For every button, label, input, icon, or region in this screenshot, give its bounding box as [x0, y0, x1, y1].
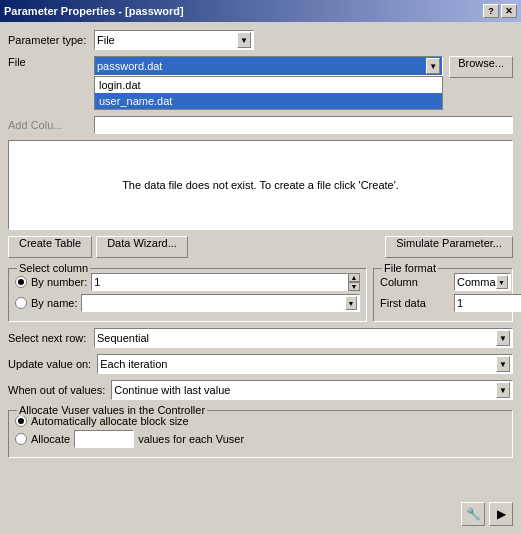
allocate-label: Allocate — [31, 433, 70, 445]
out-of-values-select[interactable]: Continue with last value ▼ — [111, 380, 513, 400]
allocate-radio[interactable] — [15, 433, 27, 445]
by-name-label: By name: — [31, 297, 77, 309]
close-button[interactable]: ✕ — [501, 4, 517, 18]
add-col-label: Add Colu... — [8, 119, 88, 131]
select-next-row-select[interactable]: Sequential ▼ — [94, 328, 513, 348]
allocate-vuser-group: Allocate Vuser values in the Controller … — [8, 410, 513, 458]
param-type-label: Parameter type: — [8, 34, 88, 46]
out-of-values-arrow[interactable]: ▼ — [496, 382, 510, 398]
title-bar-buttons: ? ✕ — [483, 4, 517, 18]
allocate-input[interactable] — [74, 430, 134, 448]
update-value-row: Update value on: Each iteration ▼ — [8, 354, 513, 374]
select-column-group: Select column By number: ▲ ▼ — [8, 268, 367, 322]
action-buttons-row: Create Table Data Wizard... Simulate Par… — [8, 236, 513, 258]
by-number-radio[interactable] — [15, 276, 27, 288]
left-col: Select column By number: ▲ ▼ — [8, 264, 367, 322]
by-name-row: By name: ▼ — [15, 294, 360, 312]
file-format-title: File format — [382, 262, 438, 274]
update-value-label: Update value on: — [8, 358, 91, 370]
dropdown-item-login[interactable]: login.dat — [95, 77, 442, 93]
by-number-spin-up[interactable]: ▲ — [348, 273, 360, 282]
taskbar-area: 🔧 ▶ — [8, 500, 513, 526]
column-label: Column — [380, 276, 450, 288]
file-dropdown-list: login.dat user_name.dat — [94, 76, 443, 110]
file-combo-arrow[interactable]: ▼ — [426, 58, 440, 74]
out-of-values-value: Continue with last value — [114, 384, 230, 396]
help-button[interactable]: ? — [483, 4, 499, 18]
auto-allocate-radio[interactable] — [15, 415, 27, 427]
values-label: values for each Vuser — [138, 433, 244, 445]
param-type-value: File — [97, 34, 115, 46]
title-text: Parameter Properties - [password] — [4, 5, 184, 17]
file-selected-value: password.dat — [97, 60, 162, 72]
by-number-spin-down[interactable]: ▼ — [348, 282, 360, 291]
by-number-input-wrap: ▲ ▼ — [91, 273, 360, 291]
update-value-select[interactable]: Each iteration ▼ — [97, 354, 513, 374]
select-next-row-arrow[interactable]: ▼ — [496, 330, 510, 346]
dropdown-item-username[interactable]: user_name.dat — [95, 93, 442, 109]
dialog-content: Parameter type: File ▼ File password.dat… — [0, 22, 521, 534]
column-value: Comma — [457, 276, 496, 288]
browse-button[interactable]: Browse... — [449, 56, 513, 78]
simulate-param-button[interactable]: Simulate Parameter... — [385, 236, 513, 258]
select-next-row-label: Select next row: — [8, 332, 88, 344]
file-label: File — [8, 56, 88, 68]
create-table-button[interactable]: Create Table — [8, 236, 92, 258]
select-next-row-row: Select next row: Sequential ▼ — [8, 328, 513, 348]
file-format-group: File format Column Comma ▼ First data — [373, 268, 513, 322]
select-next-row-value: Sequential — [97, 332, 149, 344]
update-value-value: Each iteration — [100, 358, 167, 370]
first-data-wrap: ▲ ▼ — [454, 294, 521, 312]
message-text: The data file does not exist. To create … — [122, 179, 399, 191]
by-number-label: By number: — [31, 276, 87, 288]
by-name-radio[interactable] — [15, 297, 27, 309]
taskbar-icon-2[interactable]: ▶ — [489, 502, 513, 526]
first-data-label: First data — [380, 297, 450, 309]
select-column-title: Select column — [17, 262, 90, 274]
title-bar: Parameter Properties - [password] ? ✕ — [0, 0, 521, 22]
first-data-row: First data ▲ ▼ — [380, 294, 506, 312]
file-row: File password.dat ▼ login.dat user_name.… — [8, 56, 513, 78]
out-of-values-row: When out of values: Continue with last v… — [8, 380, 513, 400]
data-wizard-button[interactable]: Data Wizard... — [96, 236, 188, 258]
file-combo-wrap: password.dat ▼ login.dat user_name.dat — [94, 56, 443, 76]
column-arrow[interactable]: ▼ — [496, 275, 508, 289]
by-number-input[interactable] — [91, 273, 348, 291]
by-number-row: By number: ▲ ▼ — [15, 273, 360, 291]
file-combo-input[interactable]: password.dat ▼ — [94, 56, 443, 76]
allocate-vuser-title: Allocate Vuser values in the Controller — [17, 404, 207, 416]
add-col-row: Add Colu... — [8, 116, 513, 134]
right-col: File format Column Comma ▼ First data — [373, 264, 513, 322]
column-select[interactable]: Comma ▼ — [454, 273, 511, 291]
auto-allocate-row: Automatically allocate block size — [15, 415, 506, 427]
column-row: Column Comma ▼ — [380, 273, 506, 291]
param-type-row: Parameter type: File ▼ — [8, 30, 513, 50]
bottom-section: Select column By number: ▲ ▼ — [8, 264, 513, 322]
auto-allocate-label: Automatically allocate block size — [31, 415, 189, 427]
allocate-row: Allocate values for each Vuser — [15, 430, 506, 448]
first-data-input[interactable] — [454, 294, 521, 312]
out-of-values-label: When out of values: — [8, 384, 105, 396]
by-name-arrow[interactable]: ▼ — [345, 296, 357, 310]
param-type-arrow[interactable]: ▼ — [237, 32, 251, 48]
taskbar-icon-1[interactable]: 🔧 — [461, 502, 485, 526]
message-area: The data file does not exist. To create … — [8, 140, 513, 230]
by-name-select[interactable]: ▼ — [81, 294, 360, 312]
update-value-arrow[interactable]: ▼ — [496, 356, 510, 372]
param-type-select[interactable]: File ▼ — [94, 30, 254, 50]
